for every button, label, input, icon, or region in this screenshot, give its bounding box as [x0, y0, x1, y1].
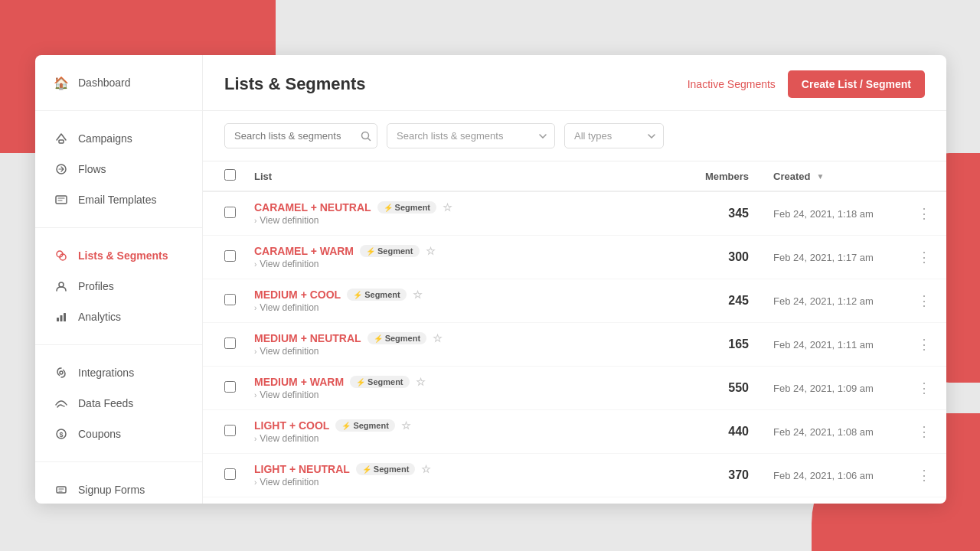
sidebar-item-coupons[interactable]: $ Coupons	[35, 419, 202, 449]
more-options-button-2[interactable]: ⋮	[911, 291, 937, 311]
bolt-icon-0: ⚡	[384, 204, 393, 212]
sidebar-item-integrations[interactable]: Integrations	[35, 357, 202, 388]
row-checkbox-cell-1	[203, 236, 245, 279]
search-input-1[interactable]	[224, 123, 377, 148]
profiles-icon	[54, 279, 69, 294]
sidebar-item-profiles[interactable]: Profiles	[35, 271, 202, 302]
segment-badge-1: ⚡ Segment	[360, 245, 419, 257]
star-icon-0[interactable]: ☆	[443, 201, 452, 214]
row-actions-cell-4: ⋮	[902, 367, 946, 410]
list-name-5[interactable]: LIGHT + COOL ⚡ Segment ☆	[254, 419, 678, 432]
more-options-button-4[interactable]: ⋮	[911, 378, 937, 398]
row-members-cell-5: 440	[688, 410, 764, 454]
list-name-4[interactable]: MEDIUM + WARM ⚡ Segment ☆	[254, 376, 678, 388]
star-icon-5[interactable]: ☆	[401, 419, 411, 432]
segment-badge-6: ⚡ Segment	[356, 463, 415, 475]
svg-text:$: $	[60, 431, 64, 439]
sidebar-item-analytics[interactable]: Analytics	[35, 302, 202, 332]
more-options-button-0[interactable]: ⋮	[911, 204, 937, 223]
chevron-right-icon-1: ›	[254, 260, 256, 269]
list-name-6[interactable]: LIGHT + NEUTRAL ⚡ Segment ☆	[254, 463, 678, 475]
row-checkbox-4[interactable]	[224, 381, 236, 393]
inactive-segments-link[interactable]: Inactive Segments	[688, 78, 776, 90]
segment-filter-select[interactable]: Search lists & segments	[387, 123, 555, 148]
search-box-1	[224, 123, 377, 148]
sidebar-item-signup-forms[interactable]: Signup Forms	[35, 474, 202, 504]
row-members-cell-3: 165	[688, 323, 764, 367]
sidebar-item-data-feeds[interactable]: Data Feeds	[35, 388, 202, 419]
content-header: Lists & Segments Inactive Segments Creat…	[203, 55, 946, 111]
svg-rect-7	[60, 315, 63, 321]
row-list-cell-4: MEDIUM + WARM ⚡ Segment ☆ › View definit…	[245, 367, 688, 410]
view-definition-label-0: View definition	[260, 215, 318, 226]
integrations-icon	[54, 365, 69, 380]
view-definition-1[interactable]: › View definition	[254, 259, 678, 269]
view-definition-2[interactable]: › View definition	[254, 302, 678, 313]
list-name-0[interactable]: CARAMEL + NEUTRAL ⚡ Segment ☆	[254, 201, 678, 214]
row-created-cell-4: Feb 24, 2021, 1:09 am	[764, 367, 902, 410]
sidebar-item-dashboard[interactable]: 🏠 Dashboard	[35, 67, 202, 98]
row-checkbox-0[interactable]	[224, 207, 236, 218]
svg-rect-12	[57, 487, 66, 493]
star-icon-1[interactable]: ☆	[426, 245, 436, 257]
row-checkbox-6[interactable]	[224, 468, 236, 480]
more-options-button-1[interactable]: ⋮	[911, 247, 937, 267]
search-icon-button[interactable]	[361, 131, 371, 142]
row-checkbox-cell-5	[203, 410, 245, 454]
view-definition-0[interactable]: › View definition	[254, 215, 678, 226]
list-name-text-5: LIGHT + COOL	[254, 419, 329, 432]
chevron-right-icon-2: ›	[254, 304, 256, 312]
row-members-cell-4: 550	[688, 367, 764, 410]
row-checkbox-cell-3	[203, 323, 245, 367]
create-list-segment-button[interactable]: Create List / Segment	[788, 70, 925, 98]
list-name-2[interactable]: MEDIUM + COOL ⚡ Segment ☆	[254, 289, 678, 301]
row-checkbox-cell-4	[203, 367, 245, 410]
segment-badge-5: ⚡ Segment	[335, 419, 394, 432]
sidebar-group-5: Signup Forms Preference Pages	[35, 462, 202, 504]
row-checkbox-3[interactable]	[224, 337, 236, 349]
more-options-button-6[interactable]: ⋮	[911, 465, 937, 485]
home-icon: 🏠	[54, 75, 69, 90]
sidebar-group-2: Campaigns Flows Email Templates	[35, 111, 202, 228]
star-icon-3[interactable]: ☆	[433, 332, 443, 344]
main-container: 🏠 Dashboard Campaigns Flows	[35, 55, 946, 504]
list-column-header: List	[245, 161, 688, 191]
row-members-cell-6: 370	[688, 454, 764, 497]
sidebar-item-campaigns[interactable]: Campaigns	[35, 123, 202, 154]
row-created-cell-5: Feb 24, 2021, 1:08 am	[764, 410, 902, 454]
star-icon-4[interactable]: ☆	[416, 376, 426, 388]
more-options-button-5[interactable]: ⋮	[911, 422, 937, 442]
lists-table: List Members Created ▼	[203, 161, 946, 497]
row-actions-cell-6: ⋮	[902, 454, 946, 497]
created-column-header[interactable]: Created ▼	[764, 161, 902, 191]
sidebar-item-email-templates[interactable]: Email Templates	[35, 184, 202, 215]
svg-point-9	[60, 371, 63, 374]
type-filter-select[interactable]: All types List Segment	[564, 123, 664, 148]
row-checkbox-2[interactable]	[224, 294, 236, 305]
row-checkbox-5[interactable]	[224, 425, 236, 436]
view-definition-4[interactable]: › View definition	[254, 390, 678, 400]
sidebar-label-analytics: Analytics	[78, 311, 121, 323]
more-options-button-3[interactable]: ⋮	[911, 334, 937, 354]
sidebar-item-lists-segments[interactable]: Lists & Segments	[35, 240, 202, 271]
list-name-1[interactable]: CARAMEL + WARM ⚡ Segment ☆	[254, 245, 678, 257]
list-name-text-6: LIGHT + NEUTRAL	[254, 463, 350, 475]
list-name-3[interactable]: MEDIUM + NEUTRAL ⚡ Segment ☆	[254, 332, 678, 344]
row-created-cell-6: Feb 24, 2021, 1:06 am	[764, 454, 902, 497]
members-column-header: Members	[688, 161, 764, 191]
view-definition-label-2: View definition	[260, 302, 318, 313]
svg-rect-0	[59, 140, 64, 143]
row-checkbox-1[interactable]	[224, 250, 236, 262]
view-definition-3[interactable]: › View definition	[254, 346, 678, 357]
view-definition-6[interactable]: › View definition	[254, 477, 678, 487]
select-all-checkbox[interactable]	[224, 169, 236, 181]
row-list-cell-5: LIGHT + COOL ⚡ Segment ☆ › View definiti…	[245, 410, 688, 454]
star-icon-2[interactable]: ☆	[413, 289, 423, 301]
row-actions-cell-5: ⋮	[902, 410, 946, 454]
star-icon-6[interactable]: ☆	[421, 463, 431, 475]
sidebar-label-coupons: Coupons	[78, 428, 121, 440]
table-row: LIGHT + COOL ⚡ Segment ☆ › View definiti…	[203, 410, 946, 454]
view-definition-label-4: View definition	[260, 390, 318, 400]
sidebar-item-flows[interactable]: Flows	[35, 154, 202, 184]
view-definition-5[interactable]: › View definition	[254, 433, 678, 444]
